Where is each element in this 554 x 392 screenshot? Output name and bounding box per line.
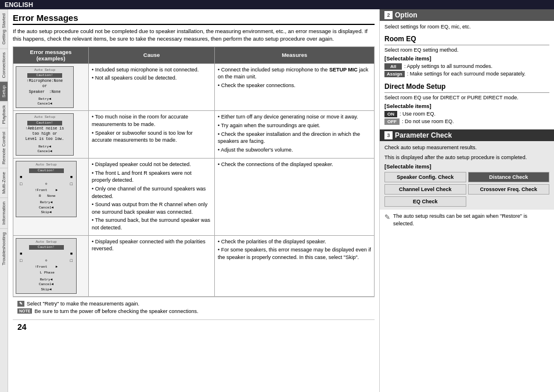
table-row: Auto Setup Caution! ↑Ambient noise is to… xyxy=(13,111,375,159)
param-section-num: 3 xyxy=(384,131,393,139)
mini-screen-3: Auto Setup Caution! ■■ □◇□ ↑Front ► xyxy=(16,161,77,217)
distance-check-btn[interactable]: Distance Check xyxy=(468,172,550,182)
table-header-cause: Cause xyxy=(89,46,215,63)
direct-mode-title: Direct Mode Setup xyxy=(384,81,549,93)
measures-cell-2: Either turn off any device generating no… xyxy=(215,111,375,159)
all-text: : Apply settings to all surround modes. xyxy=(404,63,492,69)
room-eq-desc: Select room EQ setting method. xyxy=(384,47,549,53)
error-screen-cell-3: Auto Setup Caution! ■■ □◇□ ↑Front ► xyxy=(13,159,89,235)
error-messages-title: Error Messages xyxy=(13,13,375,25)
param-section-body: Check auto setup measurement results. Th… xyxy=(380,141,554,210)
option-item-off: OFF : Do not use room EQ. xyxy=(384,118,549,125)
note-text-1: Select "Retry" to make the measurements … xyxy=(27,301,139,307)
measures-cell-4: Check the polarities of the displayed sp… xyxy=(215,235,375,296)
table-row: Auto Setup Caution! ■■ □◇□ ↑Front ► L Ph… xyxy=(13,235,375,296)
sidebar-item-remote-control[interactable]: Remote Control xyxy=(0,128,8,168)
language-label: ENGLISH xyxy=(5,1,33,8)
cause-item: The front L and front R speakers were no… xyxy=(92,170,211,184)
room-eq-title: Room EQ xyxy=(384,33,549,45)
speaker-config-check-btn[interactable]: Speaker Config. Check xyxy=(384,172,466,182)
on-badge: ON xyxy=(384,111,397,117)
option-item-on: ON : Use room EQ. xyxy=(384,111,549,117)
assign-text: : Make settings for each surround mode s… xyxy=(407,71,526,77)
error-screen-cell-1: Auto Setup Caution! ↑Microphone:None or … xyxy=(13,63,89,111)
cause-item: The surround back, but the surround spea… xyxy=(92,217,211,231)
note-label: NOTE xyxy=(17,308,32,314)
option-item-all: All : Apply settings to all surround mod… xyxy=(384,63,549,70)
room-eq-selectable-label: [Selectable items] xyxy=(384,55,549,62)
sidebar-item-setup[interactable]: Setup xyxy=(0,81,8,101)
measures-cell-1: Connect the included setup microphone to… xyxy=(215,63,375,111)
measure-item: Either turn off any device generating no… xyxy=(218,113,371,121)
measures-cell-3: Check the connections of the displayed s… xyxy=(215,159,375,235)
param-desc-2: This is displayed after the auto setup p… xyxy=(384,154,549,161)
error-messages-desc: If the auto setup procedure could not be… xyxy=(13,27,375,43)
cause-cell-4: Displayed speaker connected with the pol… xyxy=(89,235,215,296)
sidebar-item-getting-started[interactable]: Getting Started xyxy=(0,9,8,48)
sidebar-item-connections[interactable]: Connections xyxy=(0,48,8,81)
measure-item: Try again when the surroundings are quie… xyxy=(218,122,371,130)
on-text: : Use room EQ. xyxy=(400,111,436,117)
channel-level-check-btn[interactable]: Channel Level Check xyxy=(384,184,466,195)
cause-item: Not all speakers could be detected. xyxy=(92,74,211,82)
top-bar: ENGLISH xyxy=(0,0,554,9)
cause-item: Too much noise in the room for accurate … xyxy=(92,113,211,128)
option-desc: Select settings for room EQ, mic, etc. xyxy=(384,24,549,30)
table-row: Auto Setup Caution! ↑Microphone:None or … xyxy=(13,63,375,111)
right-panel: 2 Option Select settings for room EQ, mi… xyxy=(380,9,554,392)
cause-cell-1: Included setup microphone is not connect… xyxy=(89,63,215,111)
off-text: : Do not use room EQ. xyxy=(402,118,454,124)
mini-screen-2: Auto Setup Caution! ↑Ambient noise is to… xyxy=(16,113,74,156)
note-text-2: Be sure to turn the power off before che… xyxy=(34,308,198,314)
cause-cell-3: Displayed speaker could not be detected.… xyxy=(89,159,215,235)
note-line-1: ✎ Select "Retry" to make the measurement… xyxy=(17,301,370,307)
page-number: 24 xyxy=(13,319,375,334)
param-selectable-label: [Selectable items] xyxy=(384,163,549,170)
cause-item: Only one channel of the surround speaker… xyxy=(92,185,211,200)
cause-item: Displayed speaker connected with the pol… xyxy=(92,238,211,253)
assign-badge: Assign xyxy=(384,71,405,77)
check-grid: Speaker Config. Check Distance Check Cha… xyxy=(384,172,549,207)
note-line-2: NOTE Be sure to turn the power off befor… xyxy=(17,308,370,314)
cause-item: Included setup microphone is not connect… xyxy=(92,66,211,74)
param-section-title: Parameter Check xyxy=(395,131,452,139)
table-header-examples: Error messages (examples) xyxy=(13,46,89,63)
mini-screen-4: Auto Setup Caution! ■■ □◇□ ↑Front ► L Ph… xyxy=(16,238,77,294)
side-tabs: Getting Started Connections Setup Playba… xyxy=(0,9,8,392)
option-item-assign: Assign : Make settings for each surround… xyxy=(384,71,549,77)
direct-mode-selectable-label: [Selectable items] xyxy=(384,103,549,109)
measure-item: Check the polarities of the displayed sp… xyxy=(218,238,371,246)
sidebar-item-troubleshooting[interactable]: Troubleshooting xyxy=(0,228,8,269)
cause-cell-2: Too much noise in the room for accurate … xyxy=(89,111,215,159)
direct-mode-desc: Select room EQ use for DIRECT or PURE DI… xyxy=(384,95,549,100)
sidebar-item-multi-zone[interactable]: Multi-Zone xyxy=(0,168,8,197)
table-row: Auto Setup Caution! ■■ □◇□ ↑Front ► xyxy=(13,159,375,235)
error-table: Error messages (examples) Cause Measures… xyxy=(13,46,375,297)
left-panel: Error Messages If the auto setup procedu… xyxy=(8,9,380,392)
measure-item: Check the speaker installation and the d… xyxy=(218,131,371,145)
measure-item: For some speakers, this error message ma… xyxy=(218,246,371,261)
restore-icon: ✎ xyxy=(384,213,390,222)
option-section-num: 2 xyxy=(384,11,393,19)
measure-item: Connect the included setup microphone to… xyxy=(218,66,371,81)
table-header-measures: Measures xyxy=(215,46,375,63)
restore-note: ✎ The auto setup results can be set agai… xyxy=(380,210,554,230)
sidebar-item-information[interactable]: Information xyxy=(0,197,8,228)
sidebar-item-playback[interactable]: Playback xyxy=(0,101,8,127)
option-section-title: Option xyxy=(395,11,418,19)
param-section-header: 3 Parameter Check xyxy=(380,130,554,141)
measure-item: Check the connections of the displayed s… xyxy=(218,161,371,168)
option-section-header: 2 Option xyxy=(380,9,554,21)
pencil-icon: ✎ xyxy=(17,301,24,307)
param-desc-1: Check auto setup measurement results. xyxy=(384,144,549,152)
crossover-freq-check-btn[interactable]: Crossover Freq. Check xyxy=(468,184,550,195)
all-badge: All xyxy=(384,63,402,70)
cause-item: Sound was output from the R channel when… xyxy=(92,201,211,215)
eq-check-btn[interactable]: EQ Check xyxy=(384,196,466,207)
bottom-notes: ✎ Select "Retry" to make the measurement… xyxy=(13,297,375,319)
measure-item: Adjust the subwoofer's volume. xyxy=(218,146,371,154)
error-screen-cell-4: Auto Setup Caution! ■■ □◇□ ↑Front ► L Ph… xyxy=(13,235,89,296)
mini-screen-1: Auto Setup Caution! ↑Microphone:None or … xyxy=(16,66,74,109)
cause-item: Displayed speaker could not be detected. xyxy=(92,161,211,168)
error-screen-cell-2: Auto Setup Caution! ↑Ambient noise is to… xyxy=(13,111,89,159)
